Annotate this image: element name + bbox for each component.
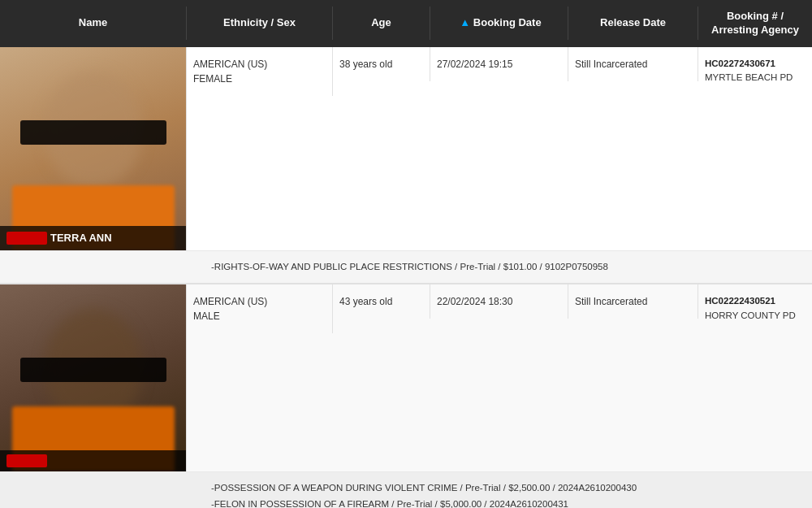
name-redact-1 — [6, 232, 47, 245]
agency-name-1: MYRTLE BEACH PD — [705, 71, 806, 85]
sort-arrow-icon: ▲ — [460, 16, 470, 30]
row-group-1: TERRA ANN AMERICAN (US) FEMALE 38 years … — [0, 47, 812, 285]
redaction-bar-2 — [20, 358, 166, 382]
charge-line-1-0: -RIGHTS-OF-WAY AND PUBLIC PLACE RESTRICT… — [211, 259, 802, 276]
booking-agency-1: HC02272430671 MYRTLE BEACH PD — [698, 47, 812, 95]
release-date-2: Still Incarcerated — [568, 284, 698, 319]
col-header-booking-agency: Booking # / Arresting Agency — [698, 0, 812, 47]
mugshot-2 — [0, 284, 187, 471]
booking-date-1: 27/02/2024 19:15 — [430, 47, 568, 81]
booking-num-2: HC02222430521 — [705, 294, 806, 308]
name-redact-2 — [6, 454, 47, 467]
booking-date-2: 22/02/2024 18:30 — [430, 284, 568, 319]
table-header: Name Ethnicity / Sex Age ▲ Booking Date … — [0, 0, 812, 47]
charge-line-2-1: -FELON IN POSSESSION OF A FIREARM / Pre-… — [211, 497, 802, 508]
sex-2: MALE — [193, 309, 326, 323]
name-bar-1: TERRA ANN — [0, 226, 186, 250]
col-header-name: Name — [0, 7, 187, 40]
col-header-age: Age — [333, 7, 430, 40]
age-1: 38 years old — [333, 47, 430, 81]
charge-line-2-0: -POSSESSION OF A WEAPON DURING VIOLENT C… — [211, 480, 802, 497]
col-header-booking-date[interactable]: ▲ Booking Date — [430, 7, 568, 40]
ethnicity-sex-1: AMERICAN (US) FEMALE — [187, 47, 333, 96]
age-2: 43 years old — [333, 284, 430, 319]
ethnicity-2: AMERICAN (US) — [193, 294, 326, 309]
ethnicity-1: AMERICAN (US) — [193, 57, 326, 72]
name-bar-2 — [0, 450, 186, 471]
table-row: AMERICAN (US) MALE 43 years old 22/02/20… — [0, 284, 812, 471]
redaction-bar-1 — [20, 120, 166, 145]
table-container: Name Ethnicity / Sex Age ▲ Booking Date … — [0, 0, 812, 508]
row-group-2: AMERICAN (US) MALE 43 years old 22/02/20… — [0, 284, 812, 508]
col-header-ethnicity: Ethnicity / Sex — [187, 7, 333, 40]
table-row: TERRA ANN AMERICAN (US) FEMALE 38 years … — [0, 47, 812, 250]
name-suffix-1: TERRA ANN — [50, 230, 112, 246]
charges-row-2: -POSSESSION OF A WEAPON DURING VIOLENT C… — [0, 471, 812, 508]
agency-name-2: HORRY COUNTY PD — [705, 309, 806, 323]
sex-1: FEMALE — [193, 72, 326, 86]
booking-agency-2: HC02222430521 HORRY COUNTY PD — [698, 284, 812, 332]
booking-num-1: HC02272430671 — [705, 57, 806, 71]
photo-bg-1 — [0, 47, 186, 250]
charges-row-1: -RIGHTS-OF-WAY AND PUBLIC PLACE RESTRICT… — [0, 250, 812, 284]
photo-bg-2 — [0, 284, 186, 471]
release-date-1: Still Incarcerated — [568, 47, 698, 81]
mugshot-1: TERRA ANN — [0, 47, 187, 250]
col-header-release-date: Release Date — [568, 7, 698, 40]
ethnicity-sex-2: AMERICAN (US) MALE — [187, 284, 333, 333]
